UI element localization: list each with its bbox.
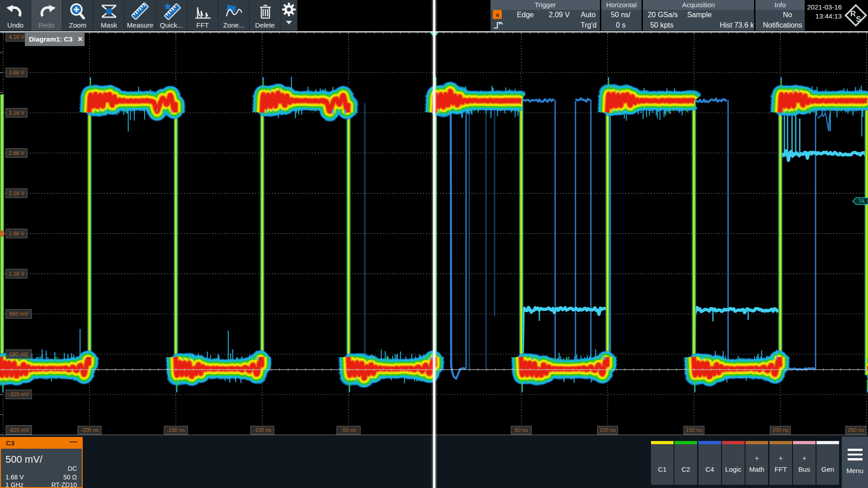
svg-text:2.68 V: 2.68 V [9,150,24,156]
svg-text:680 mV: 680 mV [9,311,28,317]
svg-text:100 ns: 100 ns [599,427,616,433]
svg-text:250 ns: 250 ns [848,427,864,433]
svg-text:3.18 V: 3.18 V [9,110,24,116]
svg-text:150 ns: 150 ns [686,427,702,433]
svg-text:-100 ns: -100 ns [253,427,271,433]
svg-text:a: a [495,11,499,18]
svg-text:-50 ns: -50 ns [341,427,356,433]
svg-text:1.18 V: 1.18 V [9,271,24,277]
svg-text:4.18 V: 4.18 V [9,34,24,40]
svg-text:R: R [850,9,856,18]
svg-text:-320 mV: -320 mV [9,391,29,398]
svg-text:1.68 V: 1.68 V [9,230,24,237]
svg-text:-820 mV: -820 mV [9,427,29,433]
svg-text:-200 ns: -200 ns [80,427,99,433]
svg-text:180 mV: 180 mV [9,351,28,357]
svg-text:-150 ns: -150 ns [167,427,185,433]
svg-text:3.68 V: 3.68 V [9,70,24,76]
svg-text:S: S [856,15,861,23]
svg-text:TA: TA [859,198,865,204]
svg-text:50 ns: 50 ns [514,427,528,433]
svg-text:200 ns: 200 ns [772,427,788,433]
svg-text:2.18 V: 2.18 V [9,190,24,197]
